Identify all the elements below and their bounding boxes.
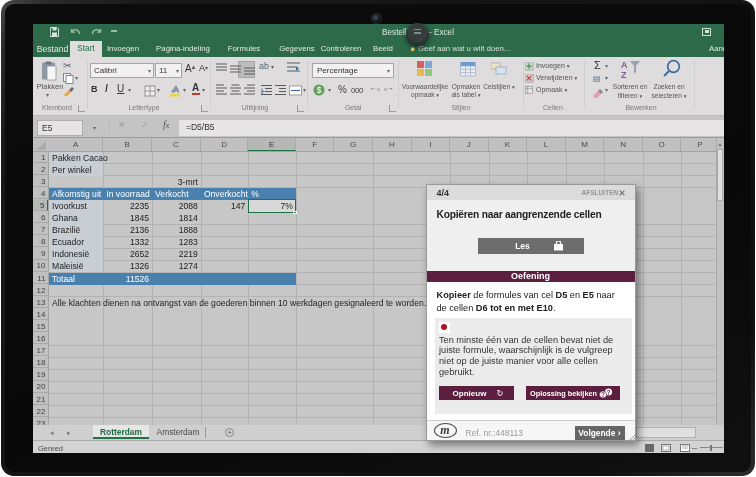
svg-text:?: ? xyxy=(601,391,605,398)
svg-text:$: $ xyxy=(316,85,321,95)
svg-text:Z: Z xyxy=(621,70,627,79)
svg-text:?: ? xyxy=(606,388,610,395)
svg-text:A: A xyxy=(621,60,628,70)
